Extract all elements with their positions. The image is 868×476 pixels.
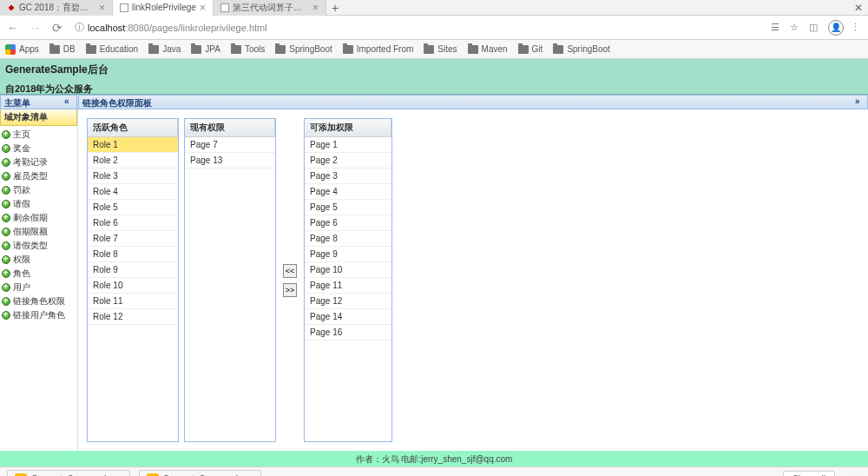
download-item[interactable]: GenerateSamp....zip⌄	[7, 470, 130, 477]
owned-privilege-row[interactable]: Page 7	[185, 137, 275, 153]
role-row[interactable]: Role 4	[88, 184, 178, 200]
window-close-button[interactable]: ✕	[854, 2, 863, 14]
sidebar-item[interactable]: 请假	[0, 197, 77, 211]
sidebar-item-label: 剩余假期	[13, 212, 48, 224]
url-field[interactable]: ⓘ localhost :8080/pages/linkroleprivileg…	[71, 21, 764, 34]
role-row[interactable]: Role 7	[88, 231, 178, 247]
sidebar-item[interactable]: 用户	[0, 281, 77, 294]
zip-file-icon	[147, 473, 159, 477]
available-privilege-row[interactable]: Page 16	[305, 325, 391, 340]
sidebar-item-label: 用户	[13, 281, 30, 294]
sidebar-item[interactable]: 角色	[0, 267, 77, 281]
available-privilege-row[interactable]: Page 5	[305, 200, 391, 215]
sidebar-item[interactable]: 假期限额	[0, 225, 77, 239]
owned-column-header[interactable]: 现有权限	[185, 119, 275, 136]
available-privilege-row[interactable]: Page 2	[305, 153, 391, 169]
available-privilege-row[interactable]: Page 1	[305, 137, 391, 153]
role-row[interactable]: Role 2	[88, 153, 178, 169]
bookmark-item[interactable]: Tools	[231, 44, 265, 55]
bookmark-item[interactable]: Imported From	[343, 44, 414, 55]
sidebar-item-label: 请假	[13, 198, 30, 210]
tab-close-icon[interactable]: ×	[99, 2, 105, 14]
sidebar-item-label: 请假类型	[13, 240, 48, 252]
tab-close-icon[interactable]: ×	[312, 2, 319, 14]
download-item[interactable]: GenerateSamp....zip⌄	[139, 470, 262, 477]
browser-tab[interactable]: GC 2018：育碧新作《纪元×	[0, 0, 113, 16]
tab-title: 第三代动词算子式代码生	[233, 2, 309, 14]
available-privilege-row[interactable]: Page 3	[305, 169, 391, 184]
forward-button[interactable]: →	[28, 21, 43, 35]
bookmark-label: SpringBoot	[567, 44, 609, 54]
domain-list-header[interactable]: 域对象清单	[0, 109, 77, 126]
sidebar-item-label: 权限	[13, 254, 30, 266]
extension-icon[interactable]: ◫	[809, 22, 821, 34]
show-all-downloads-button[interactable]: Show all	[783, 471, 835, 476]
available-column-header[interactable]: 可添加权限	[305, 119, 391, 136]
role-row[interactable]: Role 9	[88, 262, 178, 278]
reload-button[interactable]: ⟳	[50, 21, 64, 35]
sidebar-tree: 主页奖金考勤记录雇员类型罚款请假剩余假期假期限额请假类型权限角色用户链接角色权限…	[0, 126, 77, 451]
sidebar-item[interactable]: 雇员类型	[0, 169, 77, 183]
role-row[interactable]: Role 12	[88, 309, 178, 325]
browser-tab[interactable]: linkRolePrivilege×	[113, 0, 214, 16]
add-privilege-button[interactable]: <<	[283, 264, 297, 278]
translate-icon[interactable]: ☰	[771, 22, 783, 34]
download-bar-close-button[interactable]: ✕	[851, 473, 861, 477]
available-privilege-row[interactable]: Page 10	[305, 262, 391, 278]
bookmark-item[interactable]: Java	[148, 44, 181, 55]
tab-title: GC 2018：育碧新作《纪元	[19, 2, 95, 14]
role-row[interactable]: Role 3	[88, 169, 178, 184]
available-privilege-row[interactable]: Page 8	[305, 231, 391, 247]
available-privilege-row[interactable]: Page 6	[305, 215, 391, 231]
plus-icon	[2, 186, 10, 195]
sidebar-item[interactable]: 剩余假期	[0, 211, 77, 225]
sidebar-item[interactable]: 链接角色权限	[0, 294, 77, 308]
role-row[interactable]: Role 11	[88, 294, 178, 309]
tab-close-icon[interactable]: ×	[200, 2, 206, 14]
folder-icon	[553, 45, 563, 54]
role-row[interactable]: Role 1	[88, 137, 178, 153]
menu-icon[interactable]: ⋮	[851, 22, 863, 34]
role-row[interactable]: Role 6	[88, 215, 178, 231]
available-privilege-row[interactable]: Page 9	[305, 247, 391, 262]
bookmark-label: Education	[100, 44, 138, 54]
sidebar-item[interactable]: 罚款	[0, 183, 77, 197]
sidebar-item[interactable]: 奖金	[0, 142, 77, 155]
role-row[interactable]: Role 5	[88, 200, 178, 215]
sidebar-item[interactable]: 链接用户角色	[0, 308, 77, 322]
profile-avatar[interactable]: 👤	[828, 20, 844, 36]
site-info-icon[interactable]: ⓘ	[75, 21, 84, 34]
back-button[interactable]: ←	[5, 21, 21, 35]
bookmark-item[interactable]: Sites	[424, 44, 457, 55]
new-tab-button[interactable]: +	[326, 1, 344, 15]
bookmark-star-icon[interactable]: ☆	[790, 22, 802, 34]
bookmark-item[interactable]: Education	[86, 44, 138, 55]
content-collapse-icon[interactable]: »	[855, 96, 865, 107]
bookmark-item[interactable]: Apps	[5, 44, 39, 55]
browser-tab[interactable]: 第三代动词算子式代码生×	[214, 0, 326, 16]
available-privilege-row[interactable]: Page 11	[305, 278, 391, 294]
available-privilege-row[interactable]: Page 12	[305, 294, 391, 309]
available-privilege-row[interactable]: Page 14	[305, 309, 391, 325]
sidebar-item[interactable]: 权限	[0, 253, 77, 267]
remove-privilege-button[interactable]: >>	[283, 283, 297, 297]
tab-favicon-icon	[220, 3, 229, 12]
bookmark-item[interactable]: JPA	[191, 44, 220, 55]
roles-grid: 活跃角色 Role 1Role 2Role 3Role 4Role 5Role …	[87, 118, 179, 442]
bookmark-item[interactable]: SpringBoot	[553, 44, 609, 55]
bookmark-item[interactable]: DB	[49, 44, 76, 55]
main-menu-header: 主菜单 «	[0, 95, 77, 109]
sidebar-item[interactable]: 请假类型	[0, 239, 77, 253]
sidebar-collapse-icon[interactable]: «	[64, 96, 75, 107]
role-row[interactable]: Role 10	[88, 278, 178, 294]
bookmark-item[interactable]: Git	[518, 44, 543, 55]
roles-column-header[interactable]: 活跃角色	[88, 119, 178, 136]
bookmark-label: Imported From	[357, 44, 414, 54]
owned-privilege-row[interactable]: Page 13	[185, 153, 275, 169]
bookmark-item[interactable]: Maven	[468, 44, 508, 55]
sidebar-item[interactable]: 主页	[0, 128, 77, 142]
sidebar-item[interactable]: 考勤记录	[0, 155, 77, 169]
bookmark-item[interactable]: SpringBoot	[275, 44, 332, 55]
role-row[interactable]: Role 8	[88, 247, 178, 262]
available-privilege-row[interactable]: Page 4	[305, 184, 391, 200]
